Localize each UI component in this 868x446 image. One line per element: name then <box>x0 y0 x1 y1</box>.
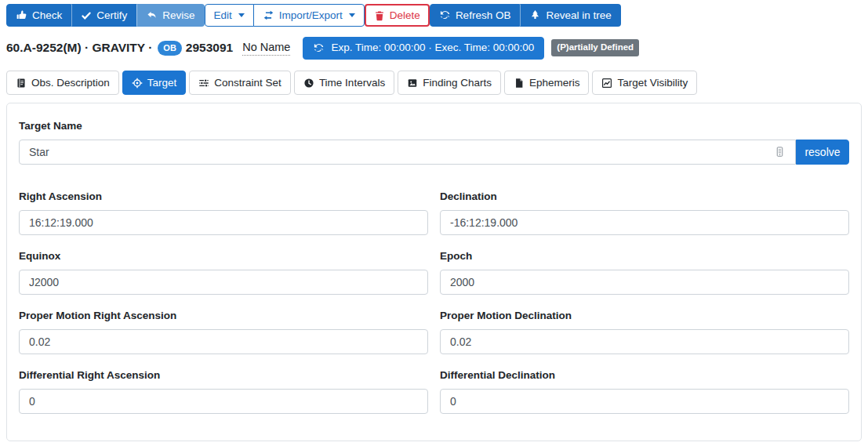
reveal-in-tree-button[interactable]: Reveal in tree <box>520 4 620 27</box>
certify-button[interactable]: Certify <box>71 4 136 27</box>
tree-icon <box>529 9 541 21</box>
thumbs-up-icon <box>16 9 27 21</box>
state-button-group: Check Certify Revise <box>6 4 205 27</box>
import-export-label: Import/Export <box>279 10 343 21</box>
tab-ephemeris[interactable]: Ephemeris <box>504 71 590 95</box>
field-label: Equinox <box>19 250 428 262</box>
field-differential-ra: Differential Right Ascension <box>19 369 428 414</box>
exec-time-button[interactable]: Exp. Time: 00:00:00 · Exec. Time: 00:00:… <box>303 37 544 60</box>
caret-down-icon <box>349 13 355 17</box>
ob-toolbar: Check Certify Revise Edit <box>6 4 862 27</box>
check-label: Check <box>32 10 62 21</box>
caret-down-icon <box>238 13 245 17</box>
tab-label: Target <box>147 78 177 89</box>
image-icon <box>407 78 418 89</box>
coordinates-grid: Right Ascension Declination Equinox Epoc… <box>19 190 849 414</box>
edit-label: Edit <box>214 10 232 21</box>
tab-label: Ephemeris <box>529 78 580 89</box>
tab-label: Constraint Set <box>214 78 281 89</box>
import-export-dropdown-button[interactable]: Import/Export <box>253 4 365 27</box>
edit-dropdown-button[interactable]: Edit <box>205 4 254 27</box>
tab-label: Obs. Description <box>31 78 110 89</box>
ob-type-badge: OB <box>158 41 182 56</box>
tab-constraint-set[interactable]: Constraint Set <box>189 71 291 95</box>
target-name-input-group: resolve <box>19 140 849 165</box>
arrows-left-right-icon <box>263 9 274 21</box>
status-badge: (P)artially Defined <box>551 39 639 56</box>
field-proper-motion-ra: Proper Motion Right Ascension <box>19 310 428 354</box>
refresh-icon <box>439 9 451 21</box>
journal-icon <box>16 78 27 89</box>
chart-line-icon <box>601 78 612 89</box>
revise-label: Revise <box>162 10 194 21</box>
delete-label: Delete <box>390 10 420 21</box>
declination-input[interactable] <box>440 210 849 235</box>
tab-label: Target Visibility <box>617 78 688 89</box>
field-right-ascension: Right Ascension <box>19 190 428 235</box>
field-proper-motion-dec: Proper Motion Declination <box>440 310 849 354</box>
reply-arrow-icon <box>146 9 158 21</box>
field-label: Right Ascension <box>19 190 428 202</box>
ob-tabs: Obs. Description Target Constraint Set <box>6 71 862 95</box>
field-label: Epoch <box>440 250 849 262</box>
target-name-label: Target Name <box>19 120 849 132</box>
check-button[interactable]: Check <box>6 4 71 27</box>
revise-button[interactable]: Revise <box>136 4 204 27</box>
crosshair-icon <box>132 78 143 89</box>
field-label: Proper Motion Right Ascension <box>19 310 428 321</box>
tab-time-intervals[interactable]: Time Intervals <box>294 71 394 95</box>
field-epoch: Epoch <box>440 250 849 295</box>
check-icon <box>81 10 92 21</box>
tab-finding-charts[interactable]: Finding Charts <box>398 71 501 95</box>
field-label: Declination <box>440 190 849 202</box>
exec-time-label: Exp. Time: 00:00:00 · Exec. Time: 00:00:… <box>331 42 534 53</box>
sliders-icon <box>198 78 209 89</box>
ob-title: 60.A-9252(M) · GRAVITY · <box>6 41 152 55</box>
resolve-button[interactable]: resolve <box>796 140 849 165</box>
delete-button[interactable]: Delete <box>365 4 430 27</box>
epoch-input[interactable] <box>440 270 849 295</box>
ob-header: 60.A-9252(M) · GRAVITY · OB 2953091 No N… <box>6 37 862 59</box>
refresh-button-group: Refresh OB Reveal in tree <box>430 4 621 27</box>
edit-button-group: Edit Import/Export <box>205 4 365 27</box>
equinox-input[interactable] <box>19 270 428 295</box>
reveal-in-tree-label: Reveal in tree <box>546 10 611 21</box>
proper-motion-dec-input[interactable] <box>440 329 849 354</box>
ob-name-editable[interactable]: No Name <box>242 41 290 56</box>
tab-label: Time Intervals <box>319 78 385 89</box>
tab-label: Finding Charts <box>423 78 492 89</box>
file-icon <box>514 78 525 89</box>
differential-ra-input[interactable] <box>19 389 428 414</box>
tab-target-visibility[interactable]: Target Visibility <box>592 71 697 95</box>
target-form-card: Target Name resolve Right Ascension Decl… <box>6 103 862 441</box>
target-name-input[interactable] <box>19 140 796 165</box>
field-differential-dec: Differential Declination <box>440 369 849 414</box>
right-ascension-input[interactable] <box>19 210 428 235</box>
datalist-icon[interactable] <box>775 146 785 158</box>
refresh-ob-button[interactable]: Refresh OB <box>430 4 521 27</box>
field-label: Differential Declination <box>440 369 849 381</box>
tab-target[interactable]: Target <box>122 71 187 95</box>
field-equinox: Equinox <box>19 250 428 295</box>
certify-label: Certify <box>96 10 127 21</box>
field-label: Differential Right Ascension <box>19 369 428 381</box>
refresh-ob-label: Refresh OB <box>456 10 511 21</box>
field-label: Proper Motion Declination <box>440 310 849 321</box>
differential-dec-input[interactable] <box>440 389 849 414</box>
clock-icon <box>303 78 314 89</box>
refresh-icon <box>313 42 325 54</box>
ob-id: 2953091 <box>186 41 233 55</box>
ob-editor-page: Check Certify Revise Edit <box>0 0 868 441</box>
field-declination: Declination <box>440 190 849 235</box>
trash-icon <box>374 10 385 21</box>
tab-obs-description[interactable]: Obs. Description <box>6 71 119 95</box>
proper-motion-ra-input[interactable] <box>19 329 428 354</box>
